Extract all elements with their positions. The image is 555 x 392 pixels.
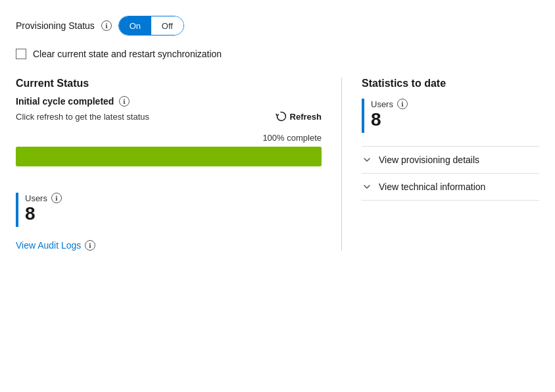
refresh-icon (275, 110, 287, 122)
cycle-label: Initial cycle completed (16, 96, 114, 107)
provisioning-toggle[interactable]: On Off (118, 16, 184, 36)
right-users-info-icon[interactable]: ℹ (397, 99, 408, 109)
left-users-bar (16, 193, 18, 227)
view-provisioning-details-label: View provisioning details (379, 155, 479, 165)
left-users-label-row: Users ℹ (25, 193, 62, 203)
restart-sync-label: Clear current state and restart synchron… (33, 49, 222, 59)
left-users-content: Users ℹ 8 (25, 193, 62, 223)
refresh-button[interactable]: Refresh (275, 110, 322, 122)
cycle-info-icon[interactable]: ℹ (119, 96, 130, 107)
view-provisioning-details-item[interactable]: View provisioning details (362, 146, 539, 173)
checkbox-row: Clear current state and restart synchron… (16, 49, 539, 59)
progress-bar-container (16, 147, 322, 166)
view-technical-information-item[interactable]: View technical information (362, 173, 539, 201)
refresh-hint-text: Click refresh to get the latest status (16, 112, 149, 122)
view-technical-information-label: View technical information (379, 182, 485, 192)
cycle-row: Initial cycle completed ℹ (16, 96, 322, 107)
provisioning-status-info-icon[interactable]: ℹ (101, 20, 112, 31)
right-users-label: Users (371, 99, 393, 109)
left-users-info-icon[interactable]: ℹ (51, 193, 62, 203)
right-users-section: Users ℹ 8 (362, 99, 539, 133)
toggle-off-option[interactable]: Off (151, 16, 183, 35)
current-status-title: Current Status (16, 78, 322, 89)
chevron-down-icon-2 (362, 182, 372, 192)
bottom-left-stats: Users ℹ 8 View Audit Logs ℹ (16, 193, 322, 251)
right-users-bar (362, 99, 364, 133)
view-audit-logs-link[interactable]: View Audit Logs (16, 240, 81, 251)
progress-label: 100% complete (16, 133, 322, 143)
provisioning-status-row: Provisioning Status ℹ On Off (16, 16, 539, 36)
left-column: Current Status Initial cycle completed ℹ… (16, 78, 342, 251)
toggle-on-option[interactable]: On (119, 16, 151, 35)
left-users-section: Users ℹ 8 (16, 193, 322, 227)
view-audit-row: View Audit Logs ℹ (16, 240, 322, 251)
left-users-count: 8 (25, 203, 36, 224)
left-users-label: Users (25, 193, 47, 203)
refresh-row: Click refresh to get the latest status R… (16, 110, 322, 122)
right-users-count: 8 (371, 109, 381, 130)
statistics-title: Statistics to date (362, 78, 539, 89)
chevron-down-icon (362, 155, 372, 165)
right-column: Statistics to date Users ℹ 8 View provis… (342, 78, 539, 251)
progress-bar-fill (16, 147, 322, 166)
right-users-content: Users ℹ 8 (371, 99, 408, 129)
refresh-button-label: Refresh (290, 112, 322, 122)
restart-sync-checkbox[interactable] (16, 49, 26, 59)
view-audit-info-icon[interactable]: ℹ (85, 240, 95, 251)
right-users-label-row: Users ℹ (371, 99, 408, 109)
provisioning-status-label: Provisioning Status (16, 20, 95, 31)
main-columns: Current Status Initial cycle completed ℹ… (16, 78, 539, 251)
